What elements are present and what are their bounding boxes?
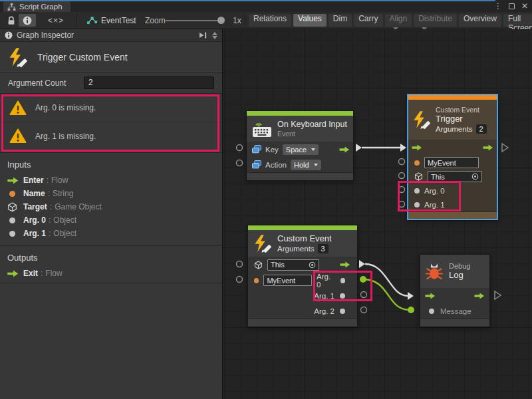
target-field[interactable]: This [428,171,482,182]
port-circle[interactable] [399,173,405,179]
target-row: This [408,170,497,184]
connected-port-dot[interactable] [408,307,414,313]
port-circle[interactable] [399,187,405,193]
event-name-field[interactable]: MyEvent [424,157,479,168]
argument-count-input[interactable]: 2 [84,76,214,89]
arguments-count[interactable]: 2 [476,124,487,134]
relations-button[interactable]: Relations [249,14,291,27]
zoom-slider-knob[interactable] [217,17,225,24]
key-dropdown[interactable]: Space [283,144,319,155]
warning-row: Arg. 0 is missing. [0,94,222,122]
warning-icon [9,100,27,116]
connected-port-dot[interactable] [360,276,366,283]
separator: : [41,269,43,278]
port-name: Arg. 1 [23,229,46,238]
input-row-name: Name : String [0,187,222,200]
input-row-target: Target : Game Object [0,200,222,213]
wire-start-arrow [356,144,362,152]
align-label: Align [390,14,408,23]
node-title: Log [449,270,470,281]
graph-name: EventTest [101,16,136,25]
selected-node-summary: Trigger Custom Event [0,42,222,72]
values-button[interactable]: Values [293,14,327,27]
align-button[interactable]: Align [385,14,412,27]
object-port-icon [429,309,434,314]
string-port-icon [414,160,420,166]
separator: : [49,215,51,225]
overview-button[interactable]: Overview [459,14,501,27]
panel-spinner[interactable] [212,32,217,39]
flow-out-port[interactable] [340,261,350,268]
tab-script-graph[interactable]: Script Graph [3,1,70,12]
port-circle[interactable] [361,307,367,313]
port-circle[interactable] [361,292,367,298]
fullscreen-button[interactable]: Full Screen [503,14,532,27]
port-circle[interactable] [237,261,243,267]
node-on-keyboard-input[interactable]: On Keyboard Input Event Key Space Action… [246,110,354,181]
target-value: This [271,261,285,269]
action-dropdown[interactable]: Hold [291,160,321,170]
arguments-count[interactable]: 3 [318,244,329,253]
object-picker-icon[interactable] [471,173,479,180]
flow-in-port[interactable] [412,144,422,151]
message-label: Message [440,307,471,315]
port-triangle[interactable] [495,291,501,299]
name-row: MyEvent Arg. 0 [248,273,357,288]
object-picker-icon[interactable] [309,261,316,269]
target-field[interactable]: This [267,259,319,271]
zoom-slider-track[interactable] [166,20,223,21]
flow-out-port[interactable] [339,146,350,153]
toolbar-divider [245,15,245,26]
code-preview-button[interactable]: <×> [41,12,70,29]
port-circle[interactable] [237,145,243,151]
dock-icon[interactable] [198,31,207,39]
arg2-out-label: Arg. 2 [314,307,334,315]
info-icon [5,31,13,39]
flow-out-port[interactable] [474,293,485,299]
port-circle[interactable] [237,160,243,166]
graph-canvas[interactable]: On Keyboard Input Event Key Space Action… [223,29,532,399]
zoom-slider[interactable] [166,12,227,29]
close-icon[interactable]: ✕ [521,0,528,12]
key-label: Key [265,146,279,154]
target-row: This [248,257,357,273]
node-title: On Keyboard Input [277,120,347,130]
port-type: Object [53,215,76,225]
dim-button[interactable]: Dim [329,14,352,27]
port-circle[interactable] [399,159,405,165]
port-type: Flow [45,269,62,278]
warning-icon [9,128,27,144]
object-port-icon [340,309,345,314]
port-triangle[interactable] [502,144,508,152]
port-name: Target [23,202,47,211]
lock-button[interactable] [3,12,20,29]
port-circle[interactable] [237,277,243,283]
flow-out-port[interactable] [483,144,493,151]
node-custom-event[interactable]: Custom Event Arguments 3 This MyEvent [247,225,358,327]
arg1-out-row: Arg. 1 [248,288,357,303]
cube-icon [254,261,263,269]
flow-arrow-icon [7,177,19,184]
node-footer [408,211,497,219]
argument-count-row: Argument Count 2 [0,72,222,93]
tab-title: Script Graph [19,3,63,11]
carry-button[interactable]: Carry [354,14,382,27]
port-type: String [53,189,73,198]
object-port-icon [340,278,345,283]
object-port-icon [414,202,420,207]
flow-in-port[interactable] [425,293,436,299]
port-name: Name [23,189,45,198]
node-category: Custom Event [436,106,487,114]
node-trigger-custom-event[interactable]: Custom Event Trigger Arguments 2 MyEvent [407,94,498,220]
maximize-icon[interactable] [509,3,515,9]
window-menu-button[interactable]: ⋮ [494,0,502,12]
arguments-label: Arguments [277,245,315,253]
distribute-button[interactable]: Distribute [414,14,457,27]
event-name-field[interactable]: MyEvent [263,275,312,286]
node-debug-log[interactable]: Debug Log Message [420,254,490,327]
inspector-toggle-button[interactable] [19,14,36,27]
port-circle[interactable] [399,201,405,207]
warning-text: Arg. 0 is missing. [35,103,96,112]
breadcrumb[interactable]: EventTest [86,12,136,29]
window-titlebar: Script Graph ⋮ ✕ [0,0,532,12]
